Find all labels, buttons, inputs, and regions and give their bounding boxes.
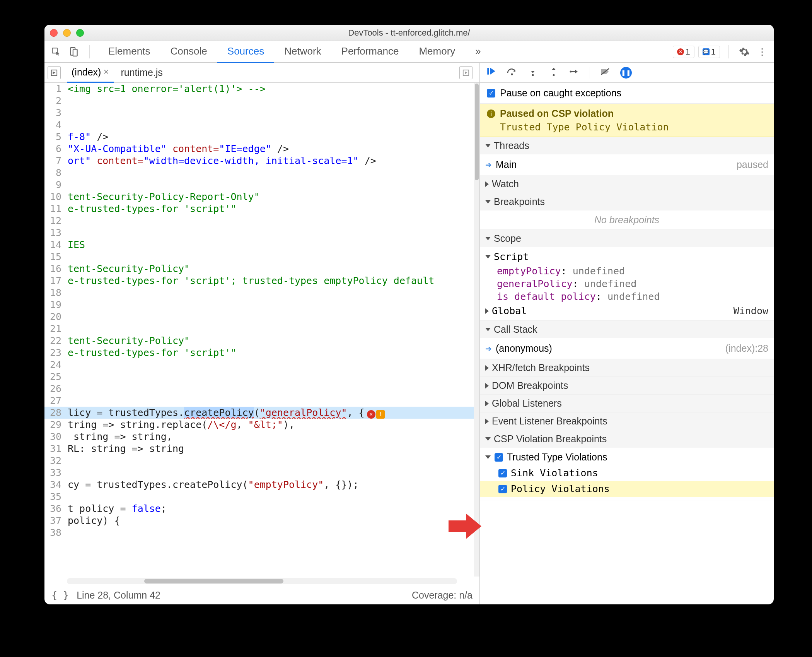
settings-icon[interactable] [737, 45, 751, 59]
run-snippet-icon[interactable] [459, 66, 473, 79]
horizontal-scrollbar[interactable] [67, 578, 457, 584]
code-line[interactable]: 27 [44, 395, 474, 407]
callstack-header[interactable]: Call Stack [480, 321, 774, 338]
code-line[interactable]: 38 [44, 527, 474, 539]
code-editor[interactable]: 1<img src=1 onerror='alert(1)'> -->2345f… [44, 83, 474, 577]
code-line[interactable]: 9 [44, 179, 474, 191]
code-line[interactable]: 25 [44, 371, 474, 383]
pause-on-exceptions-icon[interactable]: ❚❚ [620, 67, 632, 79]
chevron-down-icon [485, 437, 491, 441]
scope-header[interactable]: Scope [480, 230, 774, 247]
code-line[interactable]: 8 [44, 167, 474, 179]
pretty-print-icon[interactable]: { } [51, 590, 69, 601]
code-line[interactable]: 21 [44, 323, 474, 335]
callstack-frame[interactable]: ➔ (anonymous) (index):28 [480, 340, 774, 356]
tab-sources[interactable]: Sources [217, 41, 274, 63]
navigator-toggle-icon[interactable] [48, 66, 61, 79]
tab-console[interactable]: Console [160, 41, 217, 63]
code-line[interactable]: 31RL: string => string [44, 443, 474, 455]
code-line[interactable]: 29tring => string.replace(/\</g, "&lt;")… [44, 419, 474, 431]
cursor-position: Line 28, Column 42 [77, 590, 160, 601]
code-line[interactable]: 7ort" content="width=device-width, initi… [44, 155, 474, 167]
tab-memory[interactable]: Memory [409, 41, 465, 63]
watch-header[interactable]: Watch [480, 175, 774, 193]
error-count: 1 [686, 47, 690, 57]
tab-overflow[interactable]: » [465, 41, 491, 63]
file-tab-index[interactable]: (index) ✕ [67, 63, 114, 83]
code-line[interactable]: 15 [44, 251, 474, 263]
step-out-icon[interactable] [548, 67, 560, 79]
xhr-header[interactable]: XHR/fetch Breakpoints [480, 359, 774, 376]
csp-sink-row[interactable]: ✓ Sink Violations [485, 465, 768, 481]
code-line[interactable]: 10tent-Security-Policy-Report-Only" [44, 191, 474, 203]
code-line[interactable]: 1<img src=1 onerror='alert(1)'> --> [44, 83, 474, 95]
tab-network[interactable]: Network [274, 41, 331, 63]
code-line[interactable]: 33 [44, 467, 474, 479]
error-count-badge[interactable]: ✕ 1 [673, 46, 694, 58]
tab-performance[interactable]: Performance [331, 41, 409, 63]
inspect-element-icon[interactable] [49, 45, 63, 59]
event-header[interactable]: Event Listener Breakpoints [480, 412, 774, 430]
breakpoints-header[interactable]: Breakpoints [480, 193, 774, 210]
scope-global-row[interactable]: Global Window [480, 304, 774, 318]
dom-header[interactable]: DOM Breakpoints [480, 377, 774, 394]
deactivate-breakpoints-icon[interactable] [599, 67, 611, 79]
paused-title: Paused on CSP violation [500, 108, 614, 119]
message-count: 1 [711, 47, 716, 57]
code-line[interactable]: 26 [44, 383, 474, 395]
code-line[interactable]: 28licy = trustedTypes.createPolicy("gene… [44, 407, 474, 419]
scope-variable[interactable]: is_default_policy: undefined [485, 290, 768, 303]
scope-variable[interactable]: emptyPolicy: undefined [485, 265, 768, 277]
close-icon[interactable]: ✕ [103, 68, 109, 76]
code-line[interactable]: 30 string => string, [44, 431, 474, 443]
file-tab-runtime[interactable]: runtime.js [116, 63, 167, 82]
csp-policy-row[interactable]: ✓ Policy Violations [480, 481, 774, 497]
thread-main[interactable]: ➔ Main paused [480, 157, 774, 173]
more-menu-icon[interactable]: ⋮ [755, 45, 769, 59]
tab-elements[interactable]: Elements [98, 41, 160, 63]
code-line[interactable]: 34cy = trustedTypes.createPolicy("emptyP… [44, 479, 474, 491]
device-mode-icon[interactable] [67, 45, 81, 59]
code-line[interactable]: 6"X-UA-Compatible" content="IE=edge" /> [44, 143, 474, 155]
code-line[interactable]: 14IES [44, 239, 474, 251]
maximize-window-button[interactable] [76, 29, 84, 37]
code-line[interactable]: 20 [44, 311, 474, 323]
code-line[interactable]: 17e-trusted-types-for 'script'; trusted-… [44, 275, 474, 287]
code-line[interactable]: 35 [44, 491, 474, 503]
csp-trusted-type-row[interactable]: ✓ Trusted Type Violations [485, 449, 768, 465]
code-line[interactable]: 2 [44, 95, 474, 107]
minimize-window-button[interactable] [63, 29, 71, 37]
close-window-button[interactable] [50, 29, 58, 37]
csp-header[interactable]: CSP Violation Breakpoints [480, 430, 774, 448]
csp-trusted-type-checkbox[interactable]: ✓ [495, 453, 503, 462]
code-line[interactable]: 18 [44, 287, 474, 299]
code-line[interactable]: 19 [44, 299, 474, 311]
message-count-badge[interactable]: 💬 1 [698, 46, 720, 58]
code-line[interactable]: 37policy) { [44, 515, 474, 527]
code-line[interactable]: 36t_policy = false; [44, 503, 474, 515]
csp-sink-checkbox[interactable]: ✓ [498, 469, 507, 477]
pause-on-caught-checkbox[interactable]: ✓ [487, 89, 495, 98]
code-line[interactable]: 12 [44, 215, 474, 227]
code-line[interactable]: 3 [44, 107, 474, 119]
code-line[interactable]: 13 [44, 227, 474, 239]
step-icon[interactable] [569, 67, 580, 78]
code-line[interactable]: 22tent-Security-Policy" [44, 335, 474, 347]
step-into-icon[interactable] [527, 67, 539, 79]
scope-script-row[interactable]: Script [480, 250, 774, 264]
resume-icon[interactable] [485, 66, 497, 79]
code-line[interactable]: 24 [44, 359, 474, 371]
code-line[interactable]: 5f-8" /> [44, 131, 474, 143]
scope-variable[interactable]: generalPolicy: undefined [485, 277, 768, 290]
vertical-scrollbar[interactable] [474, 83, 479, 577]
step-over-icon[interactable] [506, 67, 518, 78]
code-line[interactable]: 32 [44, 455, 474, 467]
threads-header[interactable]: Threads [480, 137, 774, 154]
code-line[interactable]: 11e-trusted-types-for 'script'" [44, 203, 474, 215]
csp-policy-checkbox[interactable]: ✓ [498, 485, 507, 493]
code-line[interactable]: 23e-trusted-types-for 'script'" [44, 347, 474, 359]
code-line[interactable]: 16tent-Security-Policy" [44, 263, 474, 275]
code-line[interactable]: 4 [44, 119, 474, 131]
listeners-header[interactable]: Global Listeners [480, 395, 774, 412]
csp-breakpoints-section: CSP Violation Breakpoints ✓ Trusted Type… [480, 430, 774, 501]
